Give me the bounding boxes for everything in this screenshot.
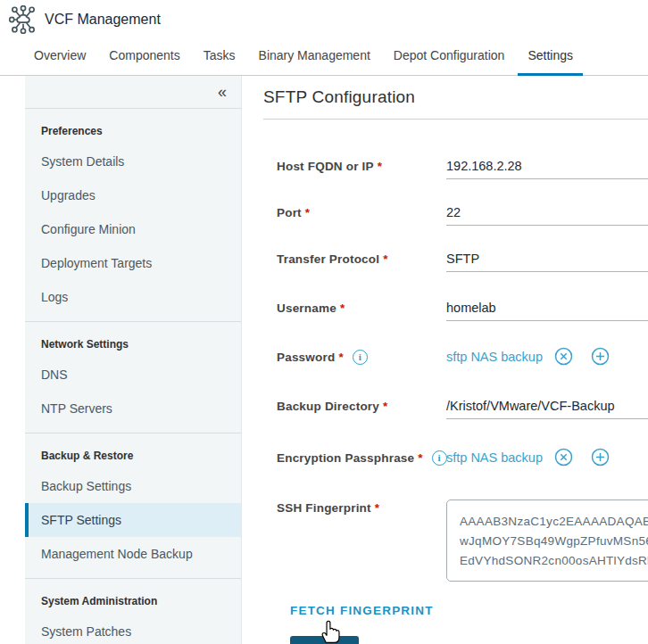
settings-sidebar: « Preferences System Details Upgrades Co… — [25, 76, 242, 644]
form-row-host: Host FQDN or IP * — [277, 159, 648, 179]
required-asterisk: * — [305, 206, 310, 219]
sidebar-item-logs[interactable]: Logs — [25, 280, 241, 314]
ssh-fingerprint-textarea[interactable]: AAAAB3NzaC1yc2EAAAADAQABA wJqMOY7SBq49Wg… — [446, 500, 648, 582]
fetch-fingerprint-button[interactable]: FETCH FINGERPRINT — [290, 604, 434, 617]
required-asterisk: * — [338, 351, 343, 364]
username-label: Username * — [277, 301, 446, 315]
tab-settings[interactable]: Settings — [516, 48, 585, 75]
form-row-passphrase: Encryption Passphrase * i sftp NAS backu… — [277, 448, 648, 467]
form-row-username: Username * — [277, 301, 648, 321]
tab-components[interactable]: Components — [97, 48, 191, 75]
protocol-label: Transfer Protocol * — [277, 252, 446, 266]
main-tabbar: Overview Components Tasks Binary Managem… — [0, 39, 648, 76]
sidebar-item-configure-minion[interactable]: Configure Minion — [25, 212, 241, 246]
sidebar-item-ntp-servers[interactable]: NTP Servers — [25, 392, 241, 425]
password-info-icon[interactable]: i — [353, 350, 368, 365]
port-input[interactable] — [446, 205, 648, 226]
sidebar-item-deployment-targets[interactable]: Deployment Targets — [25, 246, 241, 280]
divider — [263, 119, 648, 120]
sidebar-item-sftp-settings[interactable]: SFTP Settings — [25, 503, 241, 537]
sidebar-item-dns[interactable]: DNS — [25, 358, 241, 392]
passphrase-label: Encryption Passphrase * i — [277, 450, 460, 466]
host-label: Host FQDN or IP * — [277, 160, 446, 173]
sidebar-item-backup-settings[interactable]: Backup Settings — [25, 469, 241, 503]
vcf-logo-icon — [9, 5, 37, 34]
host-input[interactable] — [446, 159, 648, 179]
required-asterisk: * — [383, 252, 387, 266]
ssh-fingerprint-line: AAAAB3NzaC1yc2EAAAADAQABA — [460, 512, 648, 532]
sidebar-group-system-administration: System Administration System Patches — [25, 578, 241, 644]
backup-directory-label: Backup Directory * — [277, 400, 446, 413]
tab-depot-configuration[interactable]: Depot Configuration — [382, 48, 517, 75]
username-input[interactable] — [446, 301, 648, 321]
sidebar-group-preferences: Preferences System Details Upgrades Conf… — [25, 109, 241, 321]
form-actions: FETCH FINGERPRINT SAVE — [277, 582, 648, 644]
form-row-port: Port * — [277, 205, 648, 226]
sidebar-item-system-patches[interactable]: System Patches — [25, 615, 241, 644]
required-asterisk: * — [418, 451, 422, 465]
required-asterisk: * — [340, 301, 345, 315]
password-label: Password * i — [277, 350, 446, 365]
password-remove-icon[interactable] — [554, 347, 573, 366]
sidebar-group-header: Backup & Restore — [25, 433, 241, 469]
sidebar-item-upgrades[interactable]: Upgrades — [25, 178, 241, 212]
ssh-fingerprint-line: EdVYhdSONR2cn00osAHTlYdsRbE — [460, 551, 648, 571]
password-credential-link[interactable]: sftp NAS backup — [446, 350, 543, 364]
protocol-select[interactable] — [446, 252, 648, 272]
form-row-protocol: Transfer Protocol * — [277, 252, 648, 272]
sftp-form: Host FQDN or IP * Port * Transfer Protoc… — [277, 159, 648, 644]
tab-tasks[interactable]: Tasks — [192, 48, 247, 75]
form-row-ssh-fingerprint: SSH Fingerprint * AAAAB3NzaC1yc2EAAAADAQ… — [277, 500, 648, 582]
passphrase-info-icon[interactable]: i — [432, 450, 447, 466]
password-add-icon[interactable] — [591, 347, 610, 366]
app-header: VCF Management — [0, 0, 648, 39]
required-asterisk: * — [378, 160, 382, 173]
sidebar-group-header: System Administration — [25, 579, 241, 615]
app-title: VCF Management — [45, 12, 161, 28]
sidebar-group-header: Preferences — [25, 109, 241, 144]
ssh-fingerprint-line: wJqMOY7SBq49WgpZPfuvMSn56 — [460, 532, 648, 551]
page-title: SFTP Configuration — [263, 87, 648, 107]
required-asterisk: * — [383, 400, 387, 413]
sidebar-collapse-row: « — [25, 76, 241, 109]
passphrase-credential-link[interactable]: sftp NAS backup — [446, 450, 543, 465]
form-row-backup-directory: Backup Directory * — [277, 399, 648, 419]
passphrase-remove-icon[interactable] — [554, 448, 573, 466]
sidebar-item-management-node-backup[interactable]: Management Node Backup — [25, 537, 241, 571]
collapse-sidebar-icon[interactable]: « — [218, 84, 227, 100]
sidebar-group-header: Network Settings — [25, 322, 241, 358]
sftp-configuration-panel: SFTP Configuration Host FQDN or IP * Por… — [243, 76, 648, 644]
passphrase-add-icon[interactable] — [591, 448, 610, 466]
backup-directory-input[interactable] — [446, 399, 648, 419]
required-asterisk: * — [375, 501, 379, 515]
tab-overview[interactable]: Overview — [22, 48, 97, 75]
sidebar-group-network-settings: Network Settings DNS NTP Servers — [25, 321, 241, 433]
save-button[interactable]: SAVE — [290, 636, 359, 644]
tab-binary-management[interactable]: Binary Management — [247, 48, 382, 75]
port-label: Port * — [277, 206, 446, 219]
ssh-fingerprint-label: SSH Fingerprint * — [277, 501, 446, 515]
sidebar-item-system-details[interactable]: System Details — [25, 144, 241, 178]
sidebar-group-backup-restore: Backup & Restore Backup Settings SFTP Se… — [25, 433, 241, 578]
form-row-password: Password * i sftp NAS backup — [277, 347, 648, 367]
